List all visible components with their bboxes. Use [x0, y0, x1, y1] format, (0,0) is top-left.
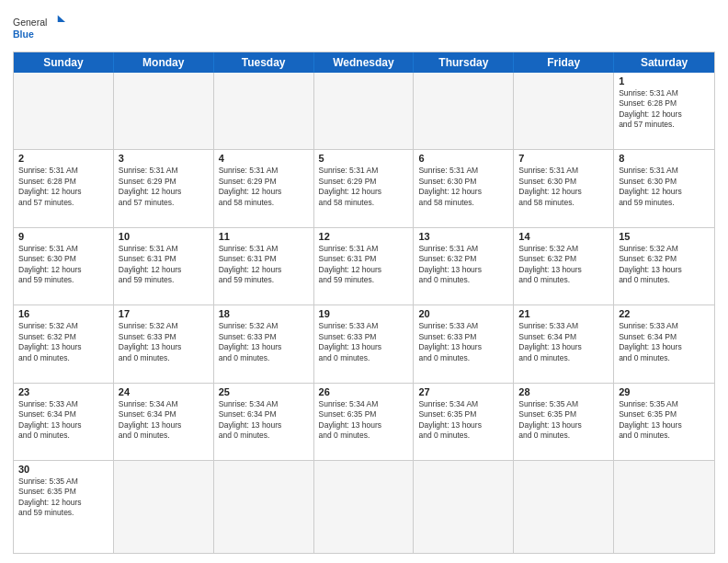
calendar-cell: 12Sunrise: 5:31 AM Sunset: 6:31 PM Dayli…: [314, 228, 415, 304]
day-info: Sunrise: 5:32 AM Sunset: 6:33 PM Dayligh…: [119, 321, 209, 363]
day-info: Sunrise: 5:31 AM Sunset: 6:30 PM Dayligh…: [518, 166, 609, 208]
calendar-header-cell: Sunday: [14, 52, 114, 73]
day-info: Sunrise: 5:35 AM Sunset: 6:35 PM Dayligh…: [18, 477, 108, 519]
day-info: Sunrise: 5:34 AM Sunset: 6:34 PM Dayligh…: [219, 399, 309, 442]
day-number: 10: [119, 231, 209, 242]
day-number: 11: [219, 231, 309, 242]
calendar-cell: 10Sunrise: 5:31 AM Sunset: 6:31 PM Dayli…: [114, 228, 214, 304]
day-info: Sunrise: 5:33 AM Sunset: 6:33 PM Dayligh…: [319, 321, 409, 363]
calendar-cell: [514, 73, 614, 149]
calendar-header-cell: Wednesday: [314, 52, 415, 73]
calendar: SundayMondayTuesdayWednesdayThursdayFrid…: [13, 52, 715, 554]
page: General Blue SundayMondayTuesdayWednesda…: [0, 0, 728, 563]
calendar-cell: 6Sunrise: 5:31 AM Sunset: 6:30 PM Daylig…: [414, 150, 514, 226]
day-info: Sunrise: 5:32 AM Sunset: 6:32 PM Dayligh…: [619, 244, 710, 286]
day-info: Sunrise: 5:31 AM Sunset: 6:32 PM Dayligh…: [418, 244, 508, 286]
calendar-body: 1Sunrise: 5:31 AM Sunset: 6:28 PM Daylig…: [14, 73, 714, 553]
day-number: 25: [219, 386, 309, 397]
calendar-cell: 30Sunrise: 5:35 AM Sunset: 6:35 PM Dayli…: [14, 461, 114, 553]
calendar-row: 1Sunrise: 5:31 AM Sunset: 6:28 PM Daylig…: [14, 73, 714, 150]
day-number: 18: [219, 308, 309, 319]
calendar-cell: [214, 73, 314, 149]
calendar-cell: [314, 461, 415, 553]
day-info: Sunrise: 5:34 AM Sunset: 6:35 PM Dayligh…: [418, 399, 508, 442]
calendar-row: 23Sunrise: 5:33 AM Sunset: 6:34 PM Dayli…: [14, 384, 714, 461]
calendar-cell: [514, 461, 614, 553]
calendar-cell: [114, 73, 214, 149]
calendar-cell: 22Sunrise: 5:33 AM Sunset: 6:34 PM Dayli…: [614, 305, 714, 382]
svg-text:General: General: [13, 17, 47, 28]
calendar-cell: 27Sunrise: 5:34 AM Sunset: 6:35 PM Dayli…: [414, 384, 514, 460]
day-info: Sunrise: 5:33 AM Sunset: 6:34 PM Dayligh…: [518, 321, 609, 363]
day-info: Sunrise: 5:33 AM Sunset: 6:33 PM Dayligh…: [418, 321, 508, 363]
calendar-header: SundayMondayTuesdayWednesdayThursdayFrid…: [14, 52, 714, 73]
calendar-header-cell: Monday: [114, 52, 214, 73]
svg-text:Blue: Blue: [13, 29, 34, 40]
calendar-cell: 2Sunrise: 5:31 AM Sunset: 6:28 PM Daylig…: [14, 150, 114, 226]
calendar-header-cell: Friday: [514, 52, 614, 73]
calendar-cell: 15Sunrise: 5:32 AM Sunset: 6:32 PM Dayli…: [614, 228, 714, 304]
day-number: 22: [619, 308, 710, 319]
day-number: 30: [18, 464, 108, 475]
calendar-cell: 11Sunrise: 5:31 AM Sunset: 6:31 PM Dayli…: [214, 228, 314, 304]
day-number: 17: [119, 308, 209, 319]
calendar-cell: 23Sunrise: 5:33 AM Sunset: 6:34 PM Dayli…: [14, 384, 114, 460]
day-number: 20: [418, 308, 508, 319]
day-number: 14: [518, 231, 609, 242]
calendar-cell: 3Sunrise: 5:31 AM Sunset: 6:29 PM Daylig…: [114, 150, 214, 226]
calendar-cell: [314, 73, 415, 149]
day-info: Sunrise: 5:31 AM Sunset: 6:30 PM Dayligh…: [619, 166, 710, 208]
day-number: 9: [18, 231, 108, 242]
day-info: Sunrise: 5:31 AM Sunset: 6:31 PM Dayligh…: [319, 244, 409, 286]
day-number: 27: [418, 386, 508, 397]
day-number: 26: [319, 386, 409, 397]
day-number: 1: [619, 75, 710, 86]
day-number: 13: [418, 231, 508, 242]
day-info: Sunrise: 5:33 AM Sunset: 6:34 PM Dayligh…: [18, 399, 108, 442]
calendar-cell: 26Sunrise: 5:34 AM Sunset: 6:35 PM Dayli…: [314, 384, 415, 460]
day-info: Sunrise: 5:33 AM Sunset: 6:34 PM Dayligh…: [619, 321, 710, 363]
day-info: Sunrise: 5:35 AM Sunset: 6:35 PM Dayligh…: [619, 399, 710, 442]
calendar-cell: [614, 461, 714, 553]
day-info: Sunrise: 5:32 AM Sunset: 6:33 PM Dayligh…: [219, 321, 309, 363]
day-info: Sunrise: 5:31 AM Sunset: 6:28 PM Dayligh…: [18, 166, 108, 208]
calendar-cell: 16Sunrise: 5:32 AM Sunset: 6:32 PM Dayli…: [14, 305, 114, 382]
day-number: 24: [119, 386, 209, 397]
day-info: Sunrise: 5:34 AM Sunset: 6:34 PM Dayligh…: [119, 399, 209, 442]
day-info: Sunrise: 5:31 AM Sunset: 6:29 PM Dayligh…: [219, 166, 309, 208]
svg-marker-2: [58, 16, 65, 23]
calendar-cell: 25Sunrise: 5:34 AM Sunset: 6:34 PM Dayli…: [214, 384, 314, 460]
day-number: 12: [319, 231, 409, 242]
calendar-cell: [214, 461, 314, 553]
day-info: Sunrise: 5:31 AM Sunset: 6:30 PM Dayligh…: [18, 244, 108, 286]
day-number: 7: [518, 153, 609, 164]
calendar-cell: 17Sunrise: 5:32 AM Sunset: 6:33 PM Dayli…: [114, 305, 214, 382]
logo: General Blue: [13, 9, 68, 46]
day-number: 2: [18, 153, 108, 164]
calendar-cell: 29Sunrise: 5:35 AM Sunset: 6:35 PM Dayli…: [614, 384, 714, 460]
calendar-header-cell: Tuesday: [214, 52, 314, 73]
calendar-header-cell: Saturday: [614, 52, 714, 73]
calendar-cell: 5Sunrise: 5:31 AM Sunset: 6:29 PM Daylig…: [314, 150, 415, 226]
day-info: Sunrise: 5:31 AM Sunset: 6:31 PM Dayligh…: [219, 244, 309, 286]
calendar-cell: 14Sunrise: 5:32 AM Sunset: 6:32 PM Dayli…: [514, 228, 614, 304]
calendar-cell: 19Sunrise: 5:33 AM Sunset: 6:33 PM Dayli…: [314, 305, 415, 382]
day-info: Sunrise: 5:31 AM Sunset: 6:28 PM Dayligh…: [619, 88, 710, 131]
day-number: 6: [418, 153, 508, 164]
calendar-row: 16Sunrise: 5:32 AM Sunset: 6:32 PM Dayli…: [14, 305, 714, 383]
day-info: Sunrise: 5:31 AM Sunset: 6:29 PM Dayligh…: [319, 166, 409, 208]
day-info: Sunrise: 5:31 AM Sunset: 6:31 PM Dayligh…: [119, 244, 209, 286]
day-info: Sunrise: 5:31 AM Sunset: 6:29 PM Dayligh…: [119, 166, 209, 208]
day-info: Sunrise: 5:34 AM Sunset: 6:35 PM Dayligh…: [319, 399, 409, 442]
day-info: Sunrise: 5:35 AM Sunset: 6:35 PM Dayligh…: [518, 399, 609, 442]
day-number: 19: [319, 308, 409, 319]
day-info: Sunrise: 5:31 AM Sunset: 6:30 PM Dayligh…: [418, 166, 508, 208]
calendar-cell: [414, 461, 514, 553]
day-info: Sunrise: 5:32 AM Sunset: 6:32 PM Dayligh…: [18, 321, 108, 363]
day-number: 16: [18, 308, 108, 319]
day-number: 8: [619, 153, 710, 164]
calendar-cell: 20Sunrise: 5:33 AM Sunset: 6:33 PM Dayli…: [414, 305, 514, 382]
calendar-row: 9Sunrise: 5:31 AM Sunset: 6:30 PM Daylig…: [14, 228, 714, 305]
generalblue-logo-icon: General Blue: [13, 9, 68, 46]
day-number: 5: [319, 153, 409, 164]
